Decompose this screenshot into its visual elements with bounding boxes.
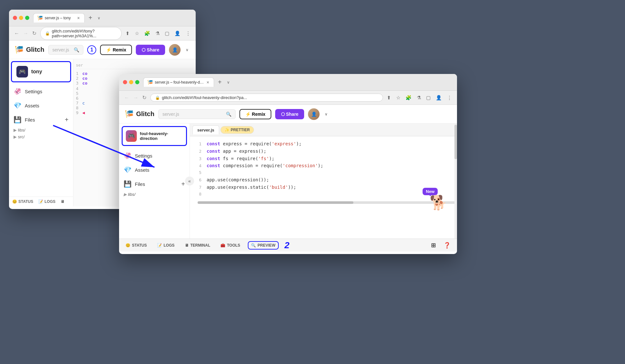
extensions-button[interactable]: 🧩 [143,30,152,37]
sidebar-label-assets-2: Assets [135,167,149,173]
lock-icon-2: 🔒 [155,96,160,100]
sidebar-item-assets-2[interactable]: 💎 Assets [119,163,190,177]
new-tab-button[interactable]: + [86,14,95,22]
share-button-2[interactable]: ⬡ Share [275,109,304,119]
extensions-button-2[interactable]: 🧩 [404,94,413,101]
glitch-logo-text-2: Glitch [136,110,154,118]
sidebar-item-assets[interactable]: 💎 Assets [9,98,73,113]
tab-overflow-button[interactable]: ∨ [96,14,102,22]
glitch-logo-icon-2: 🎏 [125,110,134,118]
share-button[interactable]: ⬡ Share [136,45,165,55]
file-tree-libs[interactable]: libs/ [14,127,69,133]
step-1-badge: 1 [87,45,96,54]
forward-button[interactable]: → [22,30,30,37]
search-icon-2: 🔍 [226,112,231,117]
refresh-button[interactable]: ↻ [31,30,38,37]
avatar-dropdown[interactable]: ∨ [184,47,190,53]
split-button[interactable]: ▢ [163,30,171,37]
status-item[interactable]: 😊 STATUS [12,199,33,204]
active-tab[interactable]: 🎏 server.js – tony × [33,13,85,23]
help-button[interactable]: ❓ [441,241,453,250]
vertical-scrollbar[interactable] [454,123,457,239]
logs-bottom-icon: 📝 [157,243,162,248]
user-avatar[interactable]: 👤 [169,44,181,56]
grid-view-button[interactable]: ⊞ [428,241,438,250]
sidebar-project-tony[interactable]: 🎮 tony [11,61,71,82]
status-bottom-label: STATUS [132,243,147,248]
code-line-4: 4 const compression = require('compressi… [190,162,457,169]
sidebar-collapse-button[interactable]: « [185,177,194,186]
tools-bottom-item[interactable]: 🧰 TOOLS [218,242,243,249]
tab-title: server.js – tony [45,16,75,20]
sidebar-foul-heavenly: « 🎮 foul-heavenly-direction 🦑 Settings 💎… [119,123,190,239]
project-name: tony [31,69,42,75]
code-editor[interactable]: 1 const express = require('express'); 2 … [190,136,457,239]
avatar-dropdown-2[interactable]: ∨ [323,111,329,117]
back-button-2[interactable]: ← [123,94,131,101]
labs-button-2[interactable]: ⚗ [415,94,422,101]
profile-button-2[interactable]: 👤 [434,94,443,101]
sidebar-item-files[interactable]: 💾 Files + [9,113,73,127]
sidebar-item-settings[interactable]: 🦑 Settings [9,84,73,98]
sidebar-project-foul-heavenly[interactable]: 🎮 foul-heavenly-direction [122,126,187,146]
search-bar[interactable]: server.js 🔍 [48,45,84,55]
forward-button-2[interactable]: → [132,94,140,101]
share-browser-button-2[interactable]: ⬆ [386,94,392,101]
status-bottom-item[interactable]: 😊 STATUS [123,242,149,249]
close-traffic-light[interactable] [13,16,17,20]
bookmark-button[interactable]: ☆ [134,30,140,37]
labs-button[interactable]: ⚗ [154,30,161,37]
search-bar-2[interactable]: server.js 🔍 [158,109,236,119]
remix-button-2[interactable]: ⚡ Remix [239,109,271,119]
refresh-button-2[interactable]: ↻ [141,94,148,101]
address-input[interactable]: 🔒 glitch.com/edit/#!/tony?path=server.js… [40,27,122,40]
terminal-icon: 🖥 [61,199,64,204]
code-line-1: 1 const express = require('express'); [190,140,457,148]
editor-tab-prettier[interactable]: ✨ PRETTIER [220,126,254,134]
minimize-traffic-light[interactable] [19,16,23,20]
share-browser-button[interactable]: ⬆ [124,30,131,37]
logs-bottom-item[interactable]: 📝 LOGS [154,242,177,249]
terminal-item[interactable]: 🖥 [61,199,64,204]
minimize-traffic-light-2[interactable] [129,80,133,84]
preview-bottom-item[interactable]: 🔍 PREVIEW [248,241,278,250]
add-file-button[interactable]: + [65,116,69,123]
maximize-traffic-light[interactable] [25,16,29,20]
address-bar-row: ← → ↻ 🔒 glitch.com/edit/#!/tony?path=ser… [9,26,196,41]
menu-button-2[interactable]: ⋮ [446,94,453,101]
code-line-6: 6 app.use(compression()); [190,176,457,184]
user-avatar-2[interactable]: 👤 [308,108,320,120]
tab-overflow-button-2[interactable]: ∨ [226,79,231,86]
terminal-bottom-item[interactable]: 🖥 TERMINAL [182,242,213,249]
file-tree-src[interactable]: src/ [14,133,69,140]
settings-icon-2: 🦑 [124,152,132,159]
editor-tab-serverjs[interactable]: server.js [192,125,219,134]
chrome-tab-bar-2: 🎏 server.js – foul-heavenly-direc × + ∨ [119,74,457,91]
tab-bar: 🎏 server.js – tony × + ∨ [33,13,192,23]
maximize-traffic-light-2[interactable] [135,80,139,84]
remix-button[interactable]: ⚡ Remix [100,45,132,55]
sidebar-item-settings-2[interactable]: 🦑 Settings [119,149,190,163]
file-tree-libs-2[interactable]: libs/ [124,191,185,198]
nav-arrows: ← → ↻ [13,30,38,37]
sidebar-item-files-2[interactable]: 💾 Files + [119,177,190,191]
code-line-3: 3 const fs = require('fs'); [190,155,457,162]
tab-close-button-2[interactable]: × [206,80,210,85]
new-tab-button-2[interactable]: + [215,78,224,86]
tab-close-button[interactable]: × [77,15,80,21]
split-button-2[interactable]: ▢ [425,94,432,101]
add-file-button-2[interactable]: + [181,180,185,188]
horizontal-scrollbar[interactable] [198,201,457,204]
chrome-tab-bar: 🎏 server.js – tony × + ∨ [9,10,196,26]
active-tab-2[interactable]: 🎏 server.js – foul-heavenly-direc × [143,77,214,87]
code-line-7: 7 app.use(express.static('build')); [190,184,457,191]
profile-button[interactable]: 👤 [173,30,182,37]
bookmark-button-2[interactable]: ☆ [395,94,402,101]
close-traffic-light-2[interactable] [123,80,127,84]
logs-item[interactable]: 📝 LOGS [38,199,55,204]
assets-icon: 💎 [14,102,22,109]
menu-button[interactable]: ⋮ [184,30,192,37]
avatar-image-2: 👤 [308,108,320,120]
back-button[interactable]: ← [13,30,21,37]
address-input-2[interactable]: 🔒 glitch.com/edit/#!/foul-heavenly-direc… [150,94,383,102]
